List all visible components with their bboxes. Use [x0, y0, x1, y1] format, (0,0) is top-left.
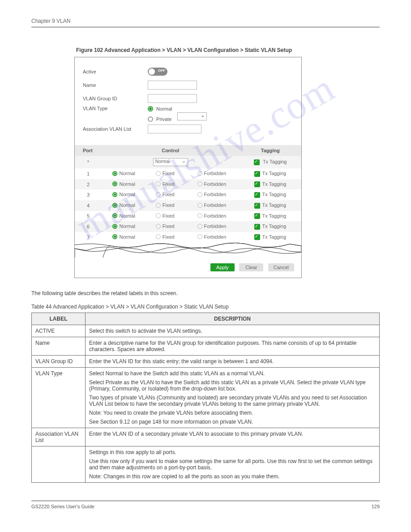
desc-label — [32, 446, 86, 483]
desc-label: VLAN Group ID — [32, 356, 86, 368]
assoc-list-input[interactable] — [148, 124, 201, 133]
private-type-select[interactable] — [177, 112, 207, 120]
normal-radio[interactable] — [112, 203, 117, 208]
apply-button[interactable]: Apply — [210, 263, 235, 271]
page-footer: GS2220 Series User's Guide 129 — [31, 501, 380, 509]
table-row: 7NormalFixedForbiddenTx Tagging — [75, 232, 301, 243]
desc-text: Enter the VLAN ID for this static entry;… — [86, 356, 380, 368]
port-num: 3 — [75, 189, 102, 200]
static-vlan-panel: Active OFF Name VLAN Group ID VLAN Type … — [74, 57, 302, 278]
tag-checkbox[interactable] — [254, 181, 260, 187]
port-table: Port Control Tagging * Normal Tx Tagging… — [75, 145, 301, 242]
vlan-type-normal-label: Normal — [156, 106, 172, 112]
port-star: * — [75, 156, 102, 168]
assoc-list-label: Association VLAN List — [83, 126, 148, 132]
normal-radio[interactable] — [112, 192, 117, 197]
group-id-input[interactable] — [148, 94, 197, 103]
port-num: 6 — [75, 221, 102, 232]
normal-radio[interactable] — [112, 224, 117, 229]
col-port: Port — [75, 145, 102, 156]
col-tagging: Tagging — [240, 145, 302, 156]
table-row: 6NormalFixedForbiddenTx Tagging — [75, 221, 301, 232]
forbidden-radio[interactable] — [197, 203, 202, 208]
table-row: * Normal Tx Tagging — [75, 156, 301, 168]
intro-paragraph: The following table describes the relate… — [31, 290, 380, 297]
table-row: 5NormalFixedForbiddenTx Tagging — [75, 211, 301, 222]
tag-checkbox[interactable] — [254, 224, 260, 230]
vlan-type-label: VLAN Type — [83, 106, 148, 111]
footer-page: 129 — [372, 504, 380, 509]
col-control: Control — [102, 145, 240, 156]
vlan-type-private-label: Private — [156, 116, 171, 122]
table-row: 2NormalFixedForbiddenTx Tagging — [75, 179, 301, 190]
desc-row: Name Enter a descriptive name for the VL… — [32, 337, 380, 356]
desc-text: Enter the VLAN ID of a secondary private… — [86, 428, 380, 446]
desc-row: Association VLAN List Enter the VLAN ID … — [32, 428, 380, 446]
desc-row: Settings in this row apply to all ports.… — [32, 446, 380, 483]
tag-checkbox[interactable] — [254, 192, 260, 198]
forbidden-radio[interactable] — [197, 234, 202, 239]
desc-label: ACTIVE — [32, 325, 86, 337]
description-table: LABEL DESCRIPTION ACTIVE Select this swi… — [31, 313, 380, 483]
desc-col-description: DESCRIPTION — [86, 313, 380, 325]
fixed-radio[interactable] — [156, 181, 161, 186]
footer-title: GS2220 Series User's Guide — [31, 504, 94, 509]
port-num: 5 — [75, 211, 102, 222]
chapter-header: Chapter 9 VLAN — [31, 18, 380, 27]
desc-text: Enter a descriptive name for the VLAN gr… — [86, 337, 380, 356]
table-row: 4NormalFixedForbiddenTx Tagging — [75, 200, 301, 211]
normal-radio[interactable] — [112, 181, 117, 186]
control-all-select[interactable]: Normal — [153, 158, 188, 166]
desc-row: ACTIVE Select this switch to activate th… — [32, 325, 380, 337]
forbidden-radio[interactable] — [197, 213, 202, 218]
clear-button[interactable]: Clear — [239, 263, 263, 271]
fixed-radio[interactable] — [156, 203, 161, 208]
forbidden-radio[interactable] — [197, 171, 202, 176]
cancel-button[interactable]: Cancel — [268, 263, 294, 271]
fixed-radio[interactable] — [156, 192, 161, 197]
fixed-radio[interactable] — [156, 234, 161, 239]
tag-checkbox[interactable] — [254, 171, 260, 177]
figure-caption: Figure 102 Advanced Application > VLAN >… — [31, 47, 380, 53]
table-row: 1NormalFixedForbiddenTx Tagging — [75, 168, 301, 179]
desc-label: Association VLAN List — [32, 428, 86, 446]
vlan-type-normal-radio[interactable] — [148, 106, 153, 112]
forbidden-radio[interactable] — [197, 224, 202, 229]
port-num: 2 — [75, 179, 102, 190]
normal-radio[interactable] — [112, 213, 117, 218]
forbidden-radio[interactable] — [197, 181, 202, 186]
table-row: 3NormalFixedForbiddenTx Tagging — [75, 189, 301, 200]
tag-checkbox[interactable] — [254, 213, 260, 219]
tag-checkbox[interactable] — [254, 203, 260, 209]
active-label: Active — [83, 69, 148, 74]
tag-all-label: Tx Tagging — [263, 159, 287, 164]
active-toggle[interactable]: OFF — [148, 68, 167, 76]
toggle-off-text: OFF — [158, 69, 165, 73]
desc-row: VLAN Group ID Enter the VLAN ID for this… — [32, 356, 380, 368]
desc-label: Name — [32, 337, 86, 356]
fixed-radio[interactable] — [156, 224, 161, 229]
group-id-label: VLAN Group ID — [83, 96, 148, 101]
desc-col-label: LABEL — [32, 313, 86, 325]
tag-all-checkbox[interactable] — [254, 159, 260, 165]
normal-radio[interactable] — [112, 234, 117, 239]
desc-row: VLAN Type Select Normal to have the Swit… — [32, 368, 380, 428]
normal-radio[interactable] — [112, 171, 117, 176]
port-num: 1 — [75, 168, 102, 179]
desc-text: Settings in this row apply to all ports.… — [86, 446, 380, 483]
table-caption: Table 44 Advanced Application > VLAN > V… — [31, 304, 380, 310]
forbidden-radio[interactable] — [197, 192, 202, 197]
name-label: Name — [83, 82, 148, 88]
chapter-text: Chapter 9 VLAN — [31, 18, 70, 24]
tag-checkbox[interactable] — [254, 234, 260, 240]
port-num: 7 — [75, 232, 102, 243]
port-num: 4 — [75, 200, 102, 211]
desc-text: Select this switch to activate the VLAN … — [86, 325, 380, 337]
desc-text: Select Normal to have the Switch add thi… — [86, 368, 380, 428]
desc-label: VLAN Type — [32, 368, 86, 428]
tear-indicator — [75, 242, 301, 257]
name-input[interactable] — [148, 81, 197, 90]
fixed-radio[interactable] — [156, 171, 161, 176]
fixed-radio[interactable] — [156, 213, 161, 218]
vlan-type-private-radio[interactable] — [148, 116, 153, 122]
